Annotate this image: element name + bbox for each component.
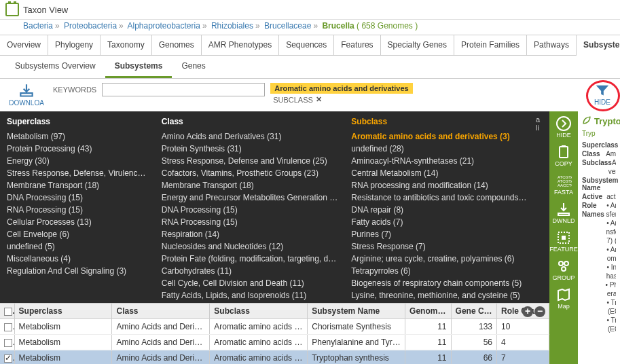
breadcrumb-item[interactable]: Rhizobiales [211,21,253,31]
facet-item[interactable]: Membrane Transport (18) [7,179,148,192]
subtab-overview[interactable]: Subsystems Overview [5,56,105,78]
facet-item[interactable]: Stress Response, Defense, Virulence (25) [7,167,148,179]
tab-subsystems[interactable]: Subsystems [577,35,620,56]
tab-pathways[interactable]: Pathways [527,35,577,55]
remove-column-button[interactable]: − [534,306,545,317]
facet-item[interactable]: RNA Processing (15) [7,204,148,216]
table-row[interactable]: MetabolismAmino Acids and DerivativesAro… [0,335,549,350]
facet-item[interactable]: Cellular Processes (13) [7,216,148,228]
filter-chip[interactable]: Aromatic amino acids and derivatives [270,83,412,94]
facet-item[interactable]: Cell Cycle, Cell Division and Death (11) [162,277,338,289]
tab-taxonomy[interactable]: Taxonomy [101,35,152,55]
action-copy[interactable]: COPY [555,144,572,167]
facet-item[interactable]: Aminoacyl-tRNA-synthetases (21) [351,155,528,167]
remove-filter-button[interactable]: ✕ [316,95,322,104]
filter-chip-label: SUBCLASS [273,96,313,104]
facet-item[interactable]: Amino Acids and Derivatives (31) [162,130,338,143]
facet-item[interactable]: Cell Envelope (6) [7,228,148,240]
action-map[interactable]: Map [555,287,572,310]
facet-collapsed[interactable]: a li [534,111,549,303]
col-subsystem-name[interactable]: Subsystem Name [308,304,405,318]
facet-subclass: Subclass Aromatic amino acids and deriva… [344,111,534,303]
tab-features[interactable]: Features [334,35,380,55]
map-icon [555,287,572,302]
table-row[interactable]: MetabolismAmino Acids and DerivativesAro… [0,319,549,335]
tab-genomes[interactable]: Genomes [152,35,202,55]
facet-item[interactable]: Stress Response, Defense and Virulence (… [162,155,338,167]
facet-panel: Superclass Metabolism (97)Protein Proces… [0,111,549,303]
col-subclass[interactable]: Subclass [210,304,308,318]
facet-item[interactable]: Fatty Acids, Lipids, and Isoprenoids (11… [162,289,338,302]
row-checkbox[interactable] [4,323,12,331]
facet-item[interactable]: Protein Processing (43) [7,143,148,155]
add-column-button[interactable]: + [522,306,533,317]
col-superclass[interactable]: Superclass [15,304,113,318]
facet-item[interactable]: DNA Processing (15) [7,192,148,204]
facet-item[interactable]: Tetrapyrroles (6) [351,265,528,277]
keywords-input[interactable] [102,83,265,96]
col-genome-count[interactable]: Genome Count [405,304,451,318]
group-icon [555,258,572,273]
facet-item[interactable]: Resistance to antibiotics and toxic comp… [351,192,528,204]
facet-item[interactable]: Stress Response (7) [351,240,528,253]
table-row[interactable]: MetabolismAmino Acids and DerivativesAro… [0,350,549,364]
subtab-subsystems[interactable]: Subsystems [105,56,172,78]
facet-item[interactable]: Biogenesis of respiratory chain componen… [351,277,528,289]
svg-point-10 [562,267,566,271]
action-feature[interactable]: FEATURE [549,230,577,253]
facet-item-selected[interactable]: Aromatic amino acids and derivatives (3) [351,130,528,143]
facet-item[interactable]: Lysine, threonine, methionine, and cyste… [351,289,528,302]
facet-item[interactable]: Fatty acids (7) [351,216,528,228]
facet-item[interactable]: Central Metabolism (14) [351,167,528,179]
facet-item[interactable]: Miscellaneous (4) [7,253,148,265]
facet-item[interactable]: DNA repair (8) [351,204,528,216]
sub-tabs: Subsystems Overview Subsystems Genes [0,56,620,79]
facet-item[interactable]: Carbohydrates (11) [162,265,338,277]
facet-item[interactable]: Purines (7) [351,228,528,240]
col-gene-count[interactable]: Gene Count [452,304,497,318]
facet-item[interactable]: DNA Processing (15) [162,204,338,216]
action-bar: HIDE COPY ATCGTAATCGTAAACCTG FASTA DWNLD… [549,111,578,364]
hide-filters-button[interactable]: HIDE [590,83,615,107]
action-download[interactable]: DWNLD [553,201,575,224]
tab-overview[interactable]: Overview [0,35,48,55]
svg-rect-1 [560,147,568,158]
keywords-label: KEYWORDS [53,83,96,94]
breadcrumb-item[interactable]: Proteobacteria [64,21,117,31]
breadcrumb-item[interactable]: Bacteria [23,21,53,31]
row-checkbox[interactable] [4,339,12,347]
facet-item[interactable]: undefined (28) [351,143,528,155]
logo [5,3,19,16]
facet-item[interactable]: Energy (30) [7,155,148,167]
tab-phylogeny[interactable]: Phylogeny [48,35,101,55]
action-hide[interactable]: HIDE [555,115,572,139]
facet-item[interactable]: Membrane Transport (18) [162,179,338,192]
facet-item[interactable]: Protein Synthesis (31) [162,143,338,155]
svg-point-0 [557,117,570,130]
tab-proteinfam[interactable]: Protein Families [454,35,527,55]
facet-item[interactable]: RNA processing and modification (14) [351,179,528,192]
facet-item[interactable]: Respiration (14) [162,228,338,240]
facet-item[interactable]: RNA Processing (15) [162,216,338,228]
facet-item[interactable]: undefined (5) [7,240,148,253]
tab-sequences[interactable]: Sequences [279,35,334,55]
facet-item[interactable]: Regulation And Cell Signaling (3) [7,265,148,277]
subtab-genes[interactable]: Genes [172,56,215,78]
facet-item[interactable]: Nucleosides and Nucleotides (12) [162,240,338,253]
tab-specialty[interactable]: Specialty Genes [381,35,454,55]
facet-superclass: Superclass Metabolism (97)Protein Proces… [0,111,155,303]
breadcrumb-item[interactable]: Brucellaceae [264,21,311,31]
breadcrumb-item[interactable]: Alphaproteobacteria [127,21,200,31]
facet-item[interactable]: Energy and Precursor Metabolites Generat… [162,192,338,204]
select-all-checkbox[interactable] [4,308,12,316]
row-checkbox[interactable] [4,354,12,363]
col-class[interactable]: Class [112,304,210,318]
action-group[interactable]: GROUP [552,258,575,281]
facet-item[interactable]: Arginine; urea cycle, creatine, polyamin… [351,253,528,265]
action-fasta[interactable]: ATCGTAATCGTAAACCTG FASTA [554,172,573,196]
facet-item[interactable]: Protein Fate (folding, modification, tar… [162,253,338,265]
tab-amr[interactable]: AMR Phenotypes [202,35,279,55]
facet-item[interactable]: Cofactors, Vitamins, Prosthetic Groups (… [162,167,338,179]
facet-item[interactable]: Metabolism (97) [7,130,148,143]
download-button[interactable]: DOWNLOA [5,83,48,107]
